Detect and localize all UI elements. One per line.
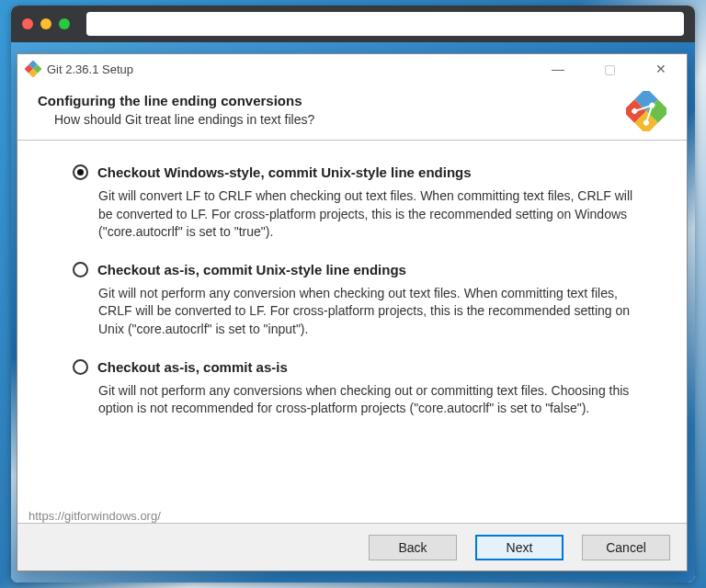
- option-label: Checkout as-is, commit Unix-style line e…: [97, 262, 406, 277]
- git-logo-large-icon: [626, 91, 666, 131]
- option-description: Git will not perform any conversions whe…: [98, 382, 641, 418]
- option-crlf-false[interactable]: Checkout as-is, commit as-is Git will no…: [73, 359, 646, 418]
- page-subtitle: How should Git treat line endings in tex…: [54, 112, 666, 127]
- window-controls: — ▢ ✕: [545, 62, 679, 75]
- option-description: Git will convert LF to CRLF when checkin…: [98, 187, 641, 242]
- back-button[interactable]: Back: [369, 535, 457, 560]
- next-button[interactable]: Next: [475, 535, 564, 560]
- window-title: Git 2.36.1 Setup: [47, 62, 133, 76]
- traffic-light-zoom-icon[interactable]: [59, 18, 70, 29]
- option-label: Checkout Windows-style, commit Unix-styl…: [97, 164, 472, 180]
- radio-icon[interactable]: [73, 164, 88, 180]
- wizard-body: Checkout Windows-style, commit Unix-styl…: [17, 141, 687, 523]
- option-label: Checkout as-is, commit as-is: [97, 359, 288, 375]
- wizard-button-bar: Back Next Cancel: [17, 523, 687, 571]
- page-title: Configuring the line ending conversions: [38, 93, 666, 108]
- option-crlf-input[interactable]: Checkout as-is, commit Unix-style line e…: [73, 262, 646, 339]
- radio-icon[interactable]: [73, 262, 88, 277]
- browser-window: Git 2.36.1 Setup — ▢ ✕ Configuring the l…: [11, 6, 695, 582]
- maximize-icon[interactable]: ▢: [597, 62, 622, 75]
- option-description: Git will not perform any conversion when…: [98, 285, 641, 339]
- git-icon: [25, 61, 41, 77]
- traffic-light-minimize-icon[interactable]: [40, 18, 51, 29]
- option-crlf-windows[interactable]: Checkout Windows-style, commit Unix-styl…: [73, 164, 646, 242]
- minimize-icon[interactable]: —: [545, 62, 571, 75]
- browser-url-field[interactable]: [86, 12, 684, 36]
- traffic-light-close-icon[interactable]: [22, 18, 33, 29]
- cancel-button[interactable]: Cancel: [582, 535, 670, 560]
- close-icon[interactable]: ✕: [648, 62, 674, 75]
- wizard-header: Configuring the line ending conversions …: [17, 84, 687, 141]
- radio-icon[interactable]: [73, 359, 88, 375]
- footer-link[interactable]: https://gitforwindows.org/: [28, 509, 161, 523]
- window-titlebar: Git 2.36.1 Setup — ▢ ✕: [17, 54, 687, 84]
- browser-titlebar: [11, 6, 695, 42]
- installer-window: Git 2.36.1 Setup — ▢ ✕ Configuring the l…: [17, 53, 688, 571]
